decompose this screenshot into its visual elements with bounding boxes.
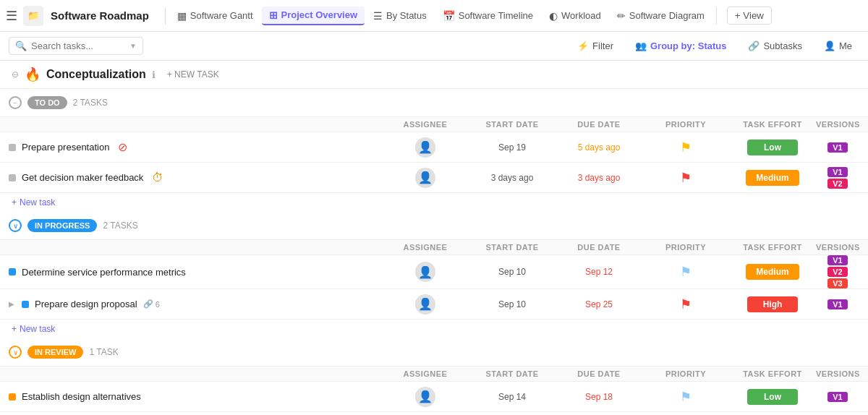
version-tag: V1 xyxy=(827,255,847,265)
main-content: ⊖ 🔥 Conceptualization ℹ + NEW TASK − TO … xyxy=(0,61,868,415)
version-tag: V1 xyxy=(827,142,847,153)
col-assignee: ASSIGNEE xyxy=(382,120,469,129)
task-name[interactable]: Prepare design proposal xyxy=(35,299,137,309)
col-assignee: ASSIGNEE xyxy=(382,243,469,252)
versions-cell: V1 V2 V3 xyxy=(816,255,859,288)
task-name[interactable]: Get decision maker feedback xyxy=(22,172,143,183)
task-name[interactable]: Establish design alternatives xyxy=(22,391,141,402)
inreview-badge: IN REVIEW xyxy=(27,346,83,359)
effort-cell: Medium xyxy=(729,264,816,280)
tab-timeline[interactable]: 📅 Software Timeline xyxy=(435,7,540,25)
start-date-cell: Sep 10 xyxy=(469,299,556,309)
col-assignee: ASSIGNEE xyxy=(382,369,469,378)
dropdown-icon[interactable]: ▼ xyxy=(129,42,137,50)
tab-workload[interactable]: ◐ Workload xyxy=(542,7,608,25)
plus-icon: + xyxy=(12,197,17,208)
search-box[interactable]: 🔍 ▼ xyxy=(9,37,143,55)
todo-badge: TO DO xyxy=(27,96,67,109)
version-tag: V1 xyxy=(827,299,847,309)
filter-button[interactable]: ⚡ Filter xyxy=(570,38,621,54)
col-task-effort: TASK EFFORT xyxy=(729,369,816,378)
search-icon: 🔍 xyxy=(15,40,27,51)
task-color-indicator xyxy=(22,301,29,308)
col-versions: VERSIONS xyxy=(816,243,859,252)
add-task-label: New task xyxy=(20,197,55,208)
version-tag: V2 xyxy=(827,267,847,277)
effort-badge: Medium xyxy=(746,264,799,280)
add-task-todo-button[interactable]: + New task xyxy=(0,193,868,212)
col-due-date: DUE DATE xyxy=(556,243,642,252)
priority-cell: ⚑ xyxy=(642,170,729,186)
table-row: Prepare presentation ⊘ 👤 Sep 19 5 days a… xyxy=(0,132,868,163)
inreview-toggle[interactable]: ∨ xyxy=(9,346,22,359)
timeline-icon: 📅 xyxy=(443,10,455,22)
effort-badge: Low xyxy=(747,389,798,405)
toolbar-right: ⚡ Filter 👥 Group by: Status 🔗 Subtasks 👤… xyxy=(570,38,859,54)
effort-badge: Low xyxy=(747,140,798,155)
version-tag: V2 xyxy=(827,179,847,189)
search-input[interactable] xyxy=(31,40,125,51)
priority-flag-icon: ⚑ xyxy=(680,140,692,155)
todo-toggle[interactable]: − xyxy=(9,96,22,109)
status-icon: ☰ xyxy=(373,10,383,22)
col-priority: PRIORITY xyxy=(642,243,729,252)
hamburger-icon[interactable]: ☰ xyxy=(6,8,17,24)
tab-gantt[interactable]: ▦ Software Gantt xyxy=(170,7,260,25)
tab-gantt-label: Software Gantt xyxy=(190,10,253,21)
new-task-inline-button[interactable]: + NEW TASK xyxy=(167,69,219,80)
filter-icon: ⚡ xyxy=(577,40,589,51)
due-date: 3 days ago xyxy=(578,173,621,183)
avatar: 👤 xyxy=(415,294,435,315)
tab-status[interactable]: ☰ By Status xyxy=(366,7,434,25)
tab-overview[interactable]: ⊞ Project Overview xyxy=(262,7,365,25)
version-tag: V1 xyxy=(827,167,847,177)
me-button[interactable]: 👤 Me xyxy=(817,38,859,54)
assignee-cell: 👤 xyxy=(382,262,469,282)
group-todo: − TO DO 2 TASKS ASSIGNEE START DATE DUE … xyxy=(0,89,868,212)
due-date-cell: Sep 25 xyxy=(556,299,642,309)
start-date-cell: 3 days ago xyxy=(469,173,556,183)
col-due-date: DUE DATE xyxy=(556,120,642,129)
due-date: Sep 18 xyxy=(585,392,613,402)
add-task-inreview-button[interactable]: + New task xyxy=(0,412,868,415)
effort-cell: Low xyxy=(729,389,816,405)
col-versions: VERSIONS xyxy=(816,120,859,129)
add-view-button[interactable]: + View xyxy=(727,7,772,25)
inprogress-toggle[interactable]: ∨ xyxy=(9,219,22,232)
group-by-icon: 👥 xyxy=(635,40,647,51)
me-label: Me xyxy=(839,40,852,51)
subtasks-button[interactable]: 🔗 Subtasks xyxy=(741,38,809,54)
table-row: Determine service performance metrics 👤 … xyxy=(0,255,868,289)
workload-icon: ◐ xyxy=(549,10,558,22)
assignee-cell: 👤 xyxy=(382,294,469,315)
inprogress-task-count: 2 TASKS xyxy=(103,221,137,231)
col-task-name xyxy=(9,369,382,378)
tab-workload-label: Workload xyxy=(561,10,601,21)
priority-cell: ⚑ xyxy=(642,140,729,155)
col-start-date: START DATE xyxy=(469,120,556,129)
add-task-label: New task xyxy=(20,324,55,334)
expand-icon[interactable]: ▶ xyxy=(9,300,14,308)
due-date-cell: 5 days ago xyxy=(556,142,642,153)
table-row: Get decision maker feedback ⏱ 👤 3 days a… xyxy=(0,163,868,193)
project-title-bar: ⊖ 🔥 Conceptualization ℹ + NEW TASK xyxy=(0,61,868,89)
collapse-icon[interactable]: ⊖ xyxy=(12,69,19,80)
start-date-cell: Sep 10 xyxy=(469,267,556,277)
effort-cell: Medium xyxy=(729,170,816,186)
group-by-button[interactable]: 👥 Group by: Status xyxy=(628,38,733,54)
nav-project-title: Software Roadmap xyxy=(51,9,149,22)
group-inprogress-header: ∨ IN PROGRESS 2 TASKS xyxy=(0,212,868,240)
add-task-inprogress-button[interactable]: + New task xyxy=(0,320,868,338)
top-navigation: ☰ 📁 Software Roadmap ▦ Software Gantt ⊞ … xyxy=(0,0,868,32)
start-date: 3 days ago xyxy=(491,173,534,183)
task-name[interactable]: Prepare presentation xyxy=(22,142,109,153)
start-date: Sep 10 xyxy=(498,267,526,277)
tab-diagram[interactable]: ✏ Software Diagram xyxy=(610,7,712,25)
task-color-indicator xyxy=(9,144,16,151)
versions-cell: V1 xyxy=(816,299,859,309)
due-date-cell: Sep 12 xyxy=(556,267,642,277)
task-name[interactable]: Determine service performance metrics xyxy=(22,267,186,278)
inprogress-col-headers: ASSIGNEE START DATE DUE DATE PRIORITY TA… xyxy=(0,240,868,255)
task-name-cell: Establish design alternatives xyxy=(9,385,382,408)
effort-cell: High xyxy=(729,296,816,312)
